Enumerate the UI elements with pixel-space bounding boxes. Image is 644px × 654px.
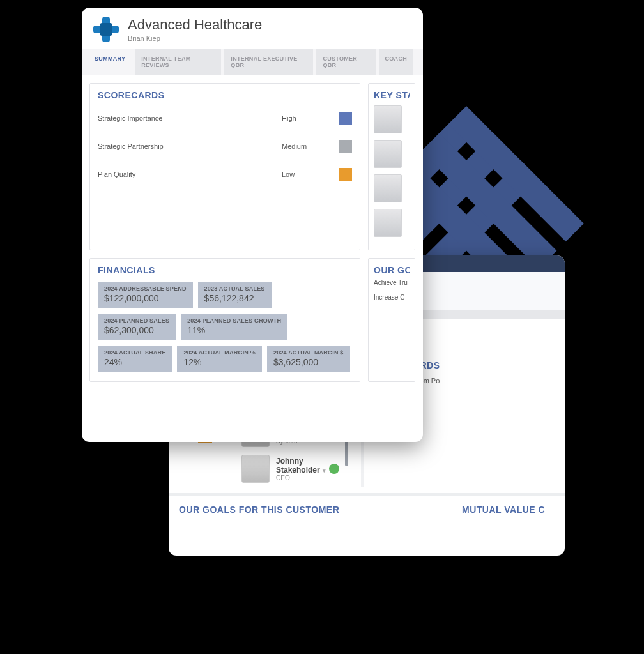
chip-label: 2023 ACTUAL SALES [204, 285, 265, 292]
account-logo-icon [93, 17, 119, 42]
scorecards-title: SCORECARDS [98, 90, 352, 100]
goal-item[interactable]: Achieve Tru [374, 275, 410, 290]
financial-chip: 2024 PLANNED SALES $62,300,000 [98, 314, 176, 340]
stakeholder-role: CEO [276, 475, 348, 482]
our-goals-panel: OUR GOA Achieve Tru Increase C [368, 258, 415, 382]
financial-chip: 2024 PLANNED SALES GROWTH 11% [181, 314, 288, 340]
tab-strip: SUMMARY INTERNAL TEAM REVIEWS INTERNAL E… [82, 49, 423, 75]
scorecard-label: Strategic Partnership [98, 142, 282, 150]
financials-panel: FINANCIALS 2024 ADDRESSABLE SPEND $122,0… [89, 258, 360, 382]
key-stakeholders-title: KEY STA [374, 90, 410, 100]
scorecard-label: Plan Quality [98, 171, 282, 178]
chip-label: 2024 ACTUAL SHARE [104, 349, 165, 356]
account-title: Advanced Healthcare [128, 17, 262, 33]
chip-label: 2024 ACTUAL MARGIN % [183, 349, 256, 356]
scorecard-label: Strategic Importance [98, 114, 282, 122]
scorecard-row: Strategic Importance High [98, 104, 352, 132]
account-summary-card: Advanced Healthcare Brian Kiep SUMMARY I… [82, 8, 423, 442]
avatar [241, 455, 270, 483]
tab-customer-qbr[interactable]: CUSTOMER QBR [316, 49, 375, 75]
stakeholder-row[interactable]: Johnny Stakeholder▾ CEO [239, 451, 351, 487]
avatar[interactable] [374, 174, 402, 202]
account-owner: Brian Kiep [128, 34, 262, 42]
tab-summary[interactable]: SUMMARY [88, 49, 132, 75]
financial-chip: 2024 ADDRESSABLE SPEND $122,000,000 [98, 282, 193, 308]
financial-chip: 2024 ACTUAL MARGIN $ $3,625,000 [267, 346, 350, 372]
chip-value: 12% [183, 357, 256, 367]
avatar[interactable] [374, 105, 402, 133]
financial-chip: 2024 ACTUAL SHARE 24% [98, 346, 172, 372]
chip-value: $122,000,000 [104, 293, 187, 303]
back-goals-title: OUR GOALS FOR THIS CUSTOMER [179, 505, 450, 515]
chip-label: 2024 PLANNED SALES GROWTH [187, 317, 281, 324]
chip-value: $56,122,842 [204, 293, 265, 303]
tab-coach[interactable]: COACH [379, 49, 414, 75]
chip-value: $3,625,000 [273, 357, 344, 367]
chip-value: $62,300,000 [104, 325, 169, 335]
scorecard-color-swatch [339, 140, 352, 153]
scorecard-color-swatch [339, 112, 352, 125]
scorecard-value: Low [282, 171, 339, 178]
back-mutual-title: MUTUAL VALUE C [462, 505, 555, 515]
scorecard-row: Strategic Partnership Medium [98, 132, 352, 160]
chip-label: 2024 ACTUAL MARGIN $ [273, 349, 344, 356]
our-goals-title: OUR GOA [374, 265, 410, 275]
financial-chip: 2024 ACTUAL MARGIN % 12% [177, 346, 262, 372]
scorecard-value: High [282, 114, 339, 122]
scorecards-panel: SCORECARDS Strategic Importance High Str… [89, 83, 360, 250]
tab-internal-team[interactable]: INTERNAL TEAM REVIEWS [135, 49, 221, 75]
stakeholder-name: Johnny Stakeholder [276, 457, 320, 475]
chip-value: 24% [104, 357, 165, 367]
scorecard-row: Plan Quality Low [98, 160, 352, 188]
financials-title: FINANCIALS [98, 265, 352, 275]
scorecard-value: Medium [282, 142, 339, 150]
chip-label: 2024 ADDRESSABLE SPEND [104, 285, 187, 292]
avatar[interactable] [374, 140, 402, 168]
goal-item[interactable]: Increase C [374, 290, 410, 305]
status-ok-icon [329, 464, 339, 474]
scorecard-color-swatch [339, 168, 352, 181]
chip-value: 11% [187, 325, 281, 335]
chip-label: 2024 PLANNED SALES [104, 317, 169, 324]
financial-chip: 2023 ACTUAL SALES $56,122,842 [198, 282, 272, 308]
chevron-down-icon: ▾ [323, 468, 326, 474]
avatar[interactable] [374, 209, 402, 237]
tab-internal-exec-qbr[interactable]: INTERNAL EXECUTIVE QBR [224, 49, 313, 75]
key-stakeholders-panel: KEY STA [368, 83, 415, 250]
